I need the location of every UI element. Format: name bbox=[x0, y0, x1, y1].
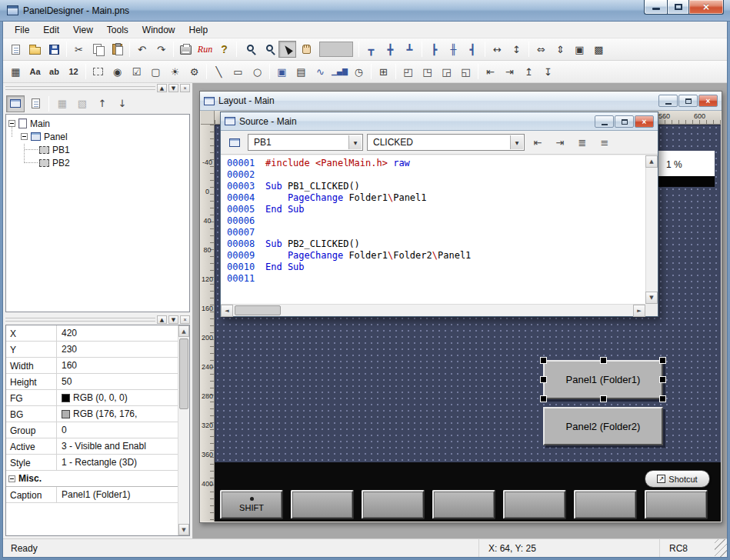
stack-tool[interactable]: ⊞ bbox=[375, 63, 392, 80]
scrollbar-thumb[interactable] bbox=[179, 338, 188, 409]
code-line[interactable]: 00010End Sub bbox=[221, 262, 645, 273]
source-window[interactable]: Source - Main × PB1 ▼ CLICKED bbox=[220, 112, 658, 317]
arrange-2-button[interactable]: ◳ bbox=[418, 63, 436, 80]
property-value[interactable]: 230 bbox=[57, 342, 178, 357]
source-titlebar[interactable]: Source - Main × bbox=[221, 112, 658, 131]
property-row-width[interactable]: Width 160 bbox=[6, 358, 178, 374]
move-up-button[interactable]: ↑ bbox=[93, 95, 112, 112]
property-value[interactable]: 420 bbox=[57, 325, 178, 341]
undo-button[interactable]: ↶ bbox=[133, 41, 151, 58]
bring-to-front-button[interactable]: ▣ bbox=[571, 41, 588, 58]
close-button[interactable]: × bbox=[688, 0, 724, 15]
align-top-button[interactable]: ┳ bbox=[362, 41, 380, 58]
pan-tool-button[interactable] bbox=[298, 41, 315, 58]
scroll-down-button[interactable]: ▼ bbox=[178, 524, 189, 535]
code-line[interactable]: 00008Sub PB2_CLICKED() bbox=[221, 238, 645, 250]
save-button[interactable] bbox=[45, 41, 63, 58]
pane-down-button[interactable]: ▼ bbox=[168, 315, 178, 324]
tree-node-main[interactable]: Main bbox=[6, 117, 189, 130]
event-combo[interactable]: CLICKED ▼ bbox=[367, 134, 525, 151]
property-pane-grip[interactable]: ▲ ▼ × bbox=[3, 315, 192, 325]
percent-display[interactable]: 1 % bbox=[651, 151, 715, 176]
space-bottom-button[interactable]: ↧ bbox=[539, 63, 557, 80]
send-to-back-button[interactable]: ▩ bbox=[590, 41, 608, 58]
numeric-button[interactable]: 12 bbox=[65, 63, 82, 80]
lamp-tool[interactable]: ☀ bbox=[166, 63, 184, 80]
same-width-button[interactable]: ↔ bbox=[488, 41, 506, 58]
property-row-active[interactable]: Active 3 - Visible and Enabl bbox=[6, 438, 178, 455]
selection-handle[interactable] bbox=[541, 358, 546, 363]
radio-button-tool[interactable]: ◉ bbox=[108, 63, 126, 80]
menu-tools[interactable]: Tools bbox=[100, 22, 135, 38]
align-bottom-button[interactable]: ┻ bbox=[401, 41, 418, 58]
minimize-button[interactable] bbox=[644, 0, 667, 15]
collapse-icon[interactable] bbox=[8, 120, 15, 127]
space-right-button[interactable]: ⇥ bbox=[501, 63, 518, 80]
code-line[interactable]: 00003Sub PB1_CLICKED() bbox=[221, 181, 645, 192]
ellipse-tool[interactable]: ○ bbox=[248, 63, 266, 80]
selection-handle[interactable] bbox=[601, 358, 606, 363]
close-button[interactable]: × bbox=[698, 95, 718, 107]
menu-view[interactable]: View bbox=[66, 22, 100, 38]
pane-close-button[interactable]: × bbox=[180, 315, 190, 324]
checkbox-tool[interactable]: ☑ bbox=[128, 63, 145, 80]
align-middle-button[interactable]: ╋ bbox=[382, 41, 399, 58]
function-key-shift[interactable]: SHIFT bbox=[220, 490, 283, 519]
collapse-icon[interactable] bbox=[8, 475, 15, 482]
clock-tool[interactable]: ◷ bbox=[350, 63, 368, 80]
code-line[interactable]: 00011 bbox=[221, 273, 645, 285]
panel-view-button[interactable] bbox=[6, 95, 25, 112]
same-height-button[interactable]: ↕ bbox=[508, 41, 525, 58]
pane-down-button[interactable]: ▼ bbox=[168, 84, 178, 92]
move-down-button[interactable]: ↓ bbox=[113, 95, 132, 112]
property-row-height[interactable]: Height 50 bbox=[6, 374, 178, 390]
panel-tool[interactable]: ▣ bbox=[273, 63, 291, 80]
selection-handle[interactable] bbox=[660, 377, 665, 382]
arrange-3-button[interactable]: ◲ bbox=[438, 63, 455, 80]
pane-up-button[interactable]: ▲ bbox=[157, 315, 167, 324]
property-value[interactable]: 160 bbox=[57, 358, 178, 373]
code-line[interactable]: 00002 bbox=[221, 169, 645, 181]
property-category-misc[interactable]: Misc. bbox=[6, 471, 178, 487]
code-line[interactable]: 00005End Sub bbox=[221, 204, 645, 215]
run-button[interactable]: Run bbox=[196, 41, 214, 58]
scroll-down-button[interactable]: ▼ bbox=[645, 292, 658, 304]
align-source-button[interactable]: ≡ bbox=[595, 134, 614, 151]
maximize-button[interactable] bbox=[615, 115, 634, 128]
copy-button[interactable] bbox=[89, 41, 107, 58]
align-right-button[interactable]: ┫ bbox=[464, 41, 482, 58]
code-area[interactable]: 00001#include <PanelMain.h> raw 00002 00… bbox=[221, 155, 645, 304]
meter-tool[interactable]: ⚙ bbox=[185, 63, 203, 80]
property-row-bg[interactable]: BG RGB (176, 176, bbox=[6, 406, 178, 422]
code-line[interactable]: 00006 bbox=[221, 215, 645, 227]
close-button[interactable]: × bbox=[635, 115, 654, 128]
space-across-button[interactable]: ⇔ bbox=[532, 41, 550, 58]
function-key[interactable] bbox=[645, 490, 708, 519]
function-key[interactable] bbox=[362, 490, 425, 519]
resize-grip[interactable] bbox=[715, 539, 727, 557]
grid-view-button[interactable]: ▦ bbox=[53, 95, 72, 112]
chevron-down-icon[interactable]: ▼ bbox=[510, 135, 523, 149]
tree-node-panel[interactable]: Panel bbox=[6, 130, 189, 143]
function-key[interactable] bbox=[291, 490, 354, 519]
tree-pane-grip[interactable]: ▲ ▼ × bbox=[3, 83, 192, 93]
zoom-in-button[interactable] bbox=[240, 41, 258, 58]
align-left-button[interactable]: ┣ bbox=[425, 41, 443, 58]
rectangle-tool[interactable]: ▭ bbox=[229, 63, 247, 80]
scroll-left-button[interactable]: ◄ bbox=[221, 305, 233, 317]
arrange-1-button[interactable]: ◰ bbox=[399, 63, 417, 80]
property-row-fg[interactable]: FG RGB (0, 0, 0) bbox=[6, 390, 178, 406]
layout-titlebar[interactable]: Layout - Main × bbox=[200, 92, 722, 111]
pane-up-button[interactable]: ▲ bbox=[157, 84, 167, 92]
panel2-button[interactable]: Panel2 (Folder2) bbox=[543, 407, 663, 445]
paste-button[interactable] bbox=[108, 41, 126, 58]
line-tool[interactable]: ╲ bbox=[210, 63, 228, 80]
minimize-button[interactable] bbox=[595, 115, 614, 128]
grid-button[interactable]: ▦ bbox=[7, 63, 25, 80]
open-button[interactable] bbox=[26, 41, 44, 58]
arrange-4-button[interactable]: ◱ bbox=[457, 63, 475, 80]
panel1-button[interactable]: Panel1 (Folder1) bbox=[543, 360, 663, 399]
property-row-style[interactable]: Style 1 - Rectangle (3D) bbox=[6, 455, 178, 471]
pane-close-button[interactable]: × bbox=[180, 84, 190, 92]
property-value[interactable]: 50 bbox=[57, 374, 178, 389]
